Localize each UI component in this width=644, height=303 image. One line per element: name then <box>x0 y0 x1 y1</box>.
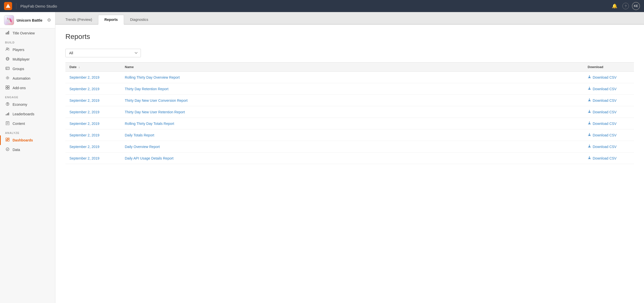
table-cell-name[interactable]: Thirty Day Retention Report <box>121 83 584 95</box>
table-cell-name[interactable]: Thirty Day New User Conversion Report <box>121 95 584 106</box>
reports-table: Date ↓ Name Download September 2, 2019Ro… <box>65 62 634 164</box>
report-name-link[interactable]: Daily API Usage Details Report <box>125 156 174 160</box>
svg-rect-13 <box>6 86 7 87</box>
sidebar-item-automation[interactable]: Automation <box>0 74 55 83</box>
dashboards-icon <box>5 138 10 143</box>
date-link[interactable]: September 2, 2019 <box>69 75 99 79</box>
table-cell-date[interactable]: September 2, 2019 <box>65 141 121 153</box>
report-filter-select[interactable]: All Daily Thirty Day Rolling Thirty Day <box>65 49 141 57</box>
report-name-link[interactable]: Thirty Day Retention Report <box>125 87 169 91</box>
table-row: September 2, 2019Daily Totals ReportDown… <box>65 129 634 141</box>
user-avatar[interactable]: KE <box>632 2 640 10</box>
sidebar-item-addons[interactable]: Add-ons <box>0 83 55 93</box>
tab-reports[interactable]: Reports <box>98 15 124 25</box>
date-link[interactable]: September 2, 2019 <box>69 98 99 103</box>
column-header-download: Download <box>584 63 634 72</box>
svg-rect-15 <box>6 88 7 89</box>
download-csv-link[interactable]: Download CSV <box>588 144 630 149</box>
notification-icon[interactable]: 🔔 <box>610 2 619 10</box>
date-link[interactable]: September 2, 2019 <box>69 87 99 91</box>
svg-rect-28 <box>6 140 7 141</box>
table-cell-name[interactable]: Daily API Usage Details Report <box>121 153 584 164</box>
report-name-link[interactable]: Rolling Thirty Day Overview Report <box>125 75 180 79</box>
download-csv-link[interactable]: Download CSV <box>588 110 630 114</box>
page-title: Reports <box>65 33 634 41</box>
report-name-link[interactable]: Thirty Day New User Retention Report <box>125 110 185 114</box>
table-cell-date[interactable]: September 2, 2019 <box>65 95 121 106</box>
table-cell-download[interactable]: Download CSV <box>584 83 634 95</box>
sidebar-item-title-overview[interactable]: Title Overview <box>0 28 55 38</box>
column-header-name: Name <box>121 63 584 72</box>
sidebar-item-players[interactable]: Players <box>0 45 55 55</box>
studio-name: PlayFab Demo Studio <box>20 4 57 8</box>
svg-point-5 <box>8 48 9 49</box>
table-cell-download[interactable]: Download CSV <box>584 141 634 153</box>
column-header-date[interactable]: Date ↓ <box>65 63 121 72</box>
table-cell-date[interactable]: September 2, 2019 <box>65 83 121 95</box>
download-icon <box>588 156 591 160</box>
download-csv-link[interactable]: Download CSV <box>588 133 630 137</box>
svg-point-12 <box>7 77 8 79</box>
table-row: September 2, 2019Daily API Usage Details… <box>65 153 634 164</box>
groups-icon <box>5 66 10 71</box>
table-row: September 2, 2019Thirty Day New User Con… <box>65 95 634 106</box>
help-icon[interactable]: ? <box>622 3 629 9</box>
playfab-logo <box>4 2 12 10</box>
table-cell-name[interactable]: Rolling Thirty Day Totals Report <box>121 118 584 129</box>
sidebar-item-groups[interactable]: Groups <box>0 64 55 74</box>
download-icon <box>588 75 591 79</box>
table-cell-download[interactable]: Download CSV <box>584 118 634 129</box>
report-name-link[interactable]: Thirty Day New User Conversion Report <box>125 98 188 103</box>
svg-rect-9 <box>6 67 9 70</box>
topbar: PlayFab Demo Studio 🔔 ? KE <box>0 0 644 12</box>
report-name-link[interactable]: Daily Overview Report <box>125 145 160 149</box>
table-cell-date[interactable]: September 2, 2019 <box>65 106 121 118</box>
table-cell-date[interactable]: September 2, 2019 <box>65 153 121 164</box>
sidebar-label-multiplayer: Multiplayer <box>13 57 30 61</box>
date-link[interactable]: September 2, 2019 <box>69 133 99 137</box>
sidebar-header: 🦄 Unicorn Battle ⚙ <box>0 12 55 28</box>
date-link[interactable]: September 2, 2019 <box>69 156 99 160</box>
table-cell-download[interactable]: Download CSV <box>584 106 634 118</box>
sidebar-item-content[interactable]: Content <box>0 119 55 128</box>
download-csv-link[interactable]: Download CSV <box>588 87 630 91</box>
download-icon <box>588 133 591 137</box>
sort-icon: ↓ <box>78 65 80 69</box>
download-csv-link[interactable]: Download CSV <box>588 156 630 160</box>
table-cell-date[interactable]: September 2, 2019 <box>65 129 121 141</box>
tab-trends[interactable]: Trends (Preview) <box>59 15 98 25</box>
download-csv-link[interactable]: Download CSV <box>588 75 630 79</box>
sidebar-item-leaderboards[interactable]: Leaderboards <box>0 109 55 119</box>
table-cell-download[interactable]: Download CSV <box>584 153 634 164</box>
tab-diagnostics[interactable]: Diagnostics <box>124 15 154 25</box>
sidebar-item-multiplayer[interactable]: Multiplayer <box>0 55 55 64</box>
topbar-divider <box>16 3 16 9</box>
game-name: Unicorn Battle <box>17 18 45 22</box>
report-name-link[interactable]: Rolling Thirty Day Totals Report <box>125 122 174 126</box>
table-cell-download[interactable]: Download CSV <box>584 95 634 106</box>
table-cell-name[interactable]: Rolling Thirty Day Overview Report <box>121 72 584 83</box>
leaderboards-icon <box>5 112 10 117</box>
table-cell-name[interactable]: Daily Overview Report <box>121 141 584 153</box>
date-link[interactable]: September 2, 2019 <box>69 145 99 149</box>
settings-icon[interactable]: ⚙ <box>47 17 51 23</box>
svg-rect-3 <box>8 31 9 34</box>
table-cell-download[interactable]: Download CSV <box>584 72 634 83</box>
page-content: Reports All Daily Thirty Day Rolling Thi… <box>55 25 644 303</box>
sidebar-item-dashboards[interactable]: Dashboards <box>0 135 55 145</box>
table-cell-date[interactable]: September 2, 2019 <box>65 118 121 129</box>
report-name-link[interactable]: Daily Totals Report <box>125 133 154 137</box>
table-cell-name[interactable]: Daily Totals Report <box>121 129 584 141</box>
sidebar-item-economy[interactable]: Economy <box>0 100 55 109</box>
sidebar: 🦄 Unicorn Battle ⚙ Title Overview BUILD … <box>0 12 55 303</box>
download-csv-link[interactable]: Download CSV <box>588 121 630 126</box>
date-link[interactable]: September 2, 2019 <box>69 110 99 114</box>
svg-point-4 <box>6 48 8 49</box>
table-cell-date[interactable]: September 2, 2019 <box>65 72 121 83</box>
sidebar-item-data[interactable]: Data <box>0 145 55 155</box>
download-csv-link[interactable]: Download CSV <box>588 98 630 103</box>
table-cell-download[interactable]: Download CSV <box>584 129 634 141</box>
table-cell-name[interactable]: Thirty Day New User Retention Report <box>121 106 584 118</box>
game-icon: 🦄 <box>4 15 14 25</box>
date-link[interactable]: September 2, 2019 <box>69 122 99 126</box>
